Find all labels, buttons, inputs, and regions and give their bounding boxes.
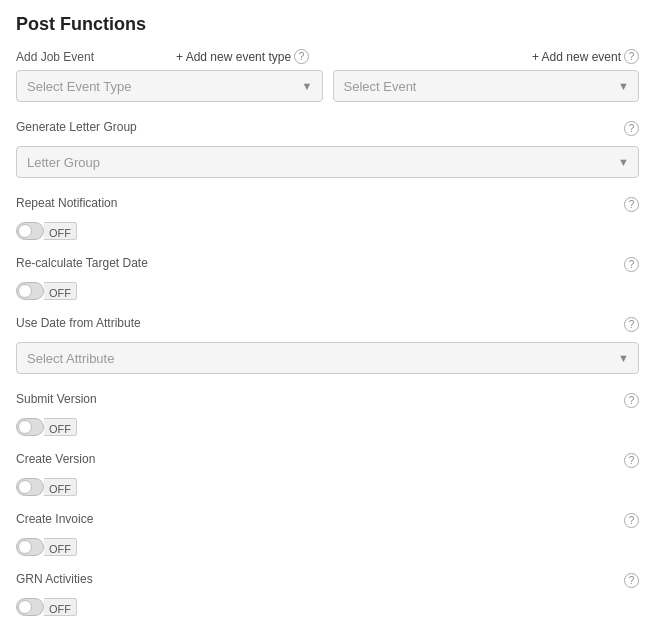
add-event-type-help-icon[interactable]: ? bbox=[294, 49, 309, 64]
attribute-select[interactable]: Select Attribute bbox=[16, 342, 639, 374]
create-version-help-icon[interactable]: ? bbox=[624, 453, 639, 468]
add-event-type-link[interactable]: + Add new event type bbox=[176, 50, 291, 64]
grn-activities-label: GRN Activities bbox=[16, 572, 93, 586]
letter-group-select-wrapper: Letter Group ▼ bbox=[16, 146, 639, 178]
grn-activities-help-icon[interactable]: ? bbox=[624, 573, 639, 588]
create-version-label: Create Version bbox=[16, 452, 95, 466]
repeat-notification-label: Repeat Notification bbox=[16, 196, 117, 210]
recalculate-help-icon[interactable]: ? bbox=[624, 257, 639, 272]
event-select[interactable]: Select Event bbox=[333, 70, 640, 102]
create-invoice-toggle[interactable]: OFF bbox=[16, 538, 639, 556]
create-invoice-label: Create Invoice bbox=[16, 512, 93, 526]
add-event-type-text: + Add new event type bbox=[176, 50, 291, 64]
page-title: Post Functions bbox=[16, 14, 639, 35]
submit-version-state: OFF bbox=[44, 418, 77, 436]
create-invoice-state: OFF bbox=[44, 538, 77, 556]
event-select-wrapper: Select Event ▼ bbox=[333, 70, 640, 102]
event-type-select[interactable]: Select Event Type bbox=[16, 70, 323, 102]
letter-group-select[interactable]: Letter Group bbox=[16, 146, 639, 178]
create-version-toggle[interactable]: OFF bbox=[16, 478, 639, 496]
add-job-label: Add Job Event bbox=[16, 50, 176, 64]
use-date-label: Use Date from Attribute bbox=[16, 316, 141, 330]
repeat-notification-toggle[interactable]: OFF bbox=[16, 222, 639, 240]
repeat-notification-state: OFF bbox=[44, 222, 77, 240]
create-invoice-help-icon[interactable]: ? bbox=[624, 513, 639, 528]
recalculate-toggle[interactable]: OFF bbox=[16, 282, 639, 300]
grn-activities-state: OFF bbox=[44, 598, 77, 616]
recalculate-state: OFF bbox=[44, 282, 77, 300]
grn-activities-toggle[interactable]: OFF bbox=[16, 598, 639, 616]
letter-group-label: Generate Letter Group bbox=[16, 120, 137, 134]
add-new-event-text: + Add new event bbox=[532, 50, 621, 64]
submit-version-label: Submit Version bbox=[16, 392, 97, 406]
use-date-help-icon[interactable]: ? bbox=[624, 317, 639, 332]
submit-version-toggle[interactable]: OFF bbox=[16, 418, 639, 436]
submit-version-help-icon[interactable]: ? bbox=[624, 393, 639, 408]
recalculate-label: Re-calculate Target Date bbox=[16, 256, 148, 270]
event-type-select-wrapper: Select Event Type ▼ bbox=[16, 70, 323, 102]
attribute-select-wrapper: Select Attribute ▼ bbox=[16, 342, 639, 374]
add-new-event-link[interactable]: + Add new event bbox=[532, 50, 621, 64]
repeat-notification-help-icon[interactable]: ? bbox=[624, 197, 639, 212]
add-new-event-help-icon[interactable]: ? bbox=[624, 49, 639, 64]
create-version-state: OFF bbox=[44, 478, 77, 496]
letter-group-help-icon[interactable]: ? bbox=[624, 121, 639, 136]
